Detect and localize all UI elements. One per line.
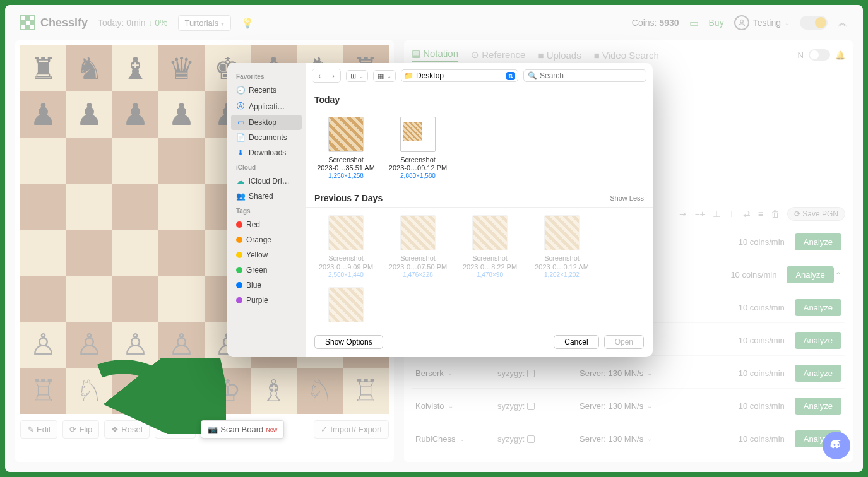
file-open-dialog: Favorites 🕘RecentsⒶApplicati…▭Desktop📄Do… xyxy=(227,63,653,357)
analyze-button[interactable]: Analyze xyxy=(795,299,841,316)
sidebar-item-icloud[interactable]: ☁iCloud Dri… xyxy=(231,174,302,189)
prev7-group-header: Previous 7 Days Show Less xyxy=(306,187,653,208)
file-item[interactable]: Screenshot2023-0…3.04 PM 1,508×726 xyxy=(314,287,378,326)
search-input[interactable] xyxy=(540,71,642,80)
engine-cost: 10 coins/min xyxy=(715,434,785,444)
reset-button[interactable]: ❖ Reset xyxy=(104,420,150,439)
tool-icon[interactable]: −+ xyxy=(694,209,705,219)
analyze-button[interactable]: Analyze xyxy=(795,365,841,382)
file-item[interactable]: Screenshot2023-0…9.09 PM 2,560×1,440 xyxy=(314,215,378,278)
theme-toggle[interactable] xyxy=(800,16,828,30)
ticket-icon: ▭ xyxy=(689,17,699,29)
tag-green[interactable]: Green xyxy=(231,262,302,278)
user-menu[interactable]: Testing ⌄ xyxy=(734,15,790,30)
bell-icon[interactable]: 🔔 xyxy=(835,50,845,60)
folder-icon: Ⓐ xyxy=(236,101,245,112)
sidebar-item-desktop[interactable]: ▭Desktop xyxy=(231,115,302,130)
engine-name[interactable]: RubiChess ⌄ xyxy=(415,434,497,444)
tags-label: Tags xyxy=(231,204,302,217)
discord-fab[interactable] xyxy=(823,432,850,459)
file-name: Screenshot2023-0…8.22 PM xyxy=(458,254,521,271)
path-dropdown[interactable]: 📁 Desktop ⇅ xyxy=(401,69,518,82)
file-item[interactable]: Screenshot2023-0…07.50 PM 1,476×228 xyxy=(386,215,449,278)
cloud-icon: ☁ xyxy=(236,177,245,186)
tag-red[interactable]: Red xyxy=(231,217,302,232)
file-item[interactable]: Screenshot2023-0…09.12 PM 2,880×1,580 xyxy=(386,117,449,179)
server-dropdown[interactable]: Server: 130 MN/s ⌄ xyxy=(580,401,706,411)
logo[interactable]: Chessify xyxy=(20,15,88,30)
sidebar-item-applicati[interactable]: ⒶApplicati… xyxy=(231,98,302,115)
sidebar-item-downloads[interactable]: ⬇Downloads xyxy=(231,145,302,160)
logo-icon xyxy=(20,15,35,30)
tool-icon[interactable]: ≡ xyxy=(758,209,763,219)
show-options-button[interactable]: Show Options xyxy=(314,335,383,349)
file-item[interactable]: Screenshot2023-0…0.12 AM 1,202×1,202 xyxy=(530,215,593,278)
syzygy-label: syzygy: xyxy=(497,368,580,378)
trash-icon[interactable]: 🗑 xyxy=(771,209,780,219)
analyze-button[interactable]: Analyze xyxy=(795,233,841,250)
syzygy-checkbox[interactable] xyxy=(527,370,535,377)
scan-board-button[interactable]: 📷 Scan BoardNew xyxy=(201,420,284,439)
tag-purple[interactable]: Purple xyxy=(231,293,302,308)
engine-cost: 10 coins/min xyxy=(715,336,785,345)
syzygy-checkbox[interactable] xyxy=(527,403,535,410)
open-button[interactable]: Open xyxy=(604,335,644,349)
syzygy-label: syzygy: xyxy=(497,401,580,411)
tool-icon[interactable]: ⇄ xyxy=(743,209,751,219)
dialog-footer: Show Options Cancel Open xyxy=(306,326,653,357)
analyze-button[interactable]: Analyze xyxy=(795,332,841,349)
sidebar-item-recents[interactable]: 🕘Recents xyxy=(231,83,302,98)
expand-icon[interactable]: ⌃ xyxy=(835,271,841,280)
tool-icon[interactable]: ⊤ xyxy=(728,209,735,219)
edit-button[interactable]: ✎ Edit xyxy=(20,420,57,439)
n-toggle[interactable] xyxy=(809,49,830,61)
svg-point-0 xyxy=(740,20,743,23)
engine-name[interactable]: Koivisto ⌄ xyxy=(415,401,497,411)
forward-button[interactable]: › xyxy=(326,69,340,82)
search-icon: 🔍 xyxy=(528,71,537,80)
dialog-toolbar: ‹ › ⊞ ⌄ ▦ ⌄ 📁 Desktop ⇅ 🔍 xyxy=(306,63,653,88)
file-item[interactable]: Screenshot2023-0…35.51 AM 1,258×1,258 xyxy=(314,117,378,179)
tag-blue[interactable]: Blue xyxy=(231,278,302,293)
off-button[interactable]: 👁 OFF xyxy=(155,420,196,439)
engine-name[interactable]: Berserk ⌄ xyxy=(415,368,497,378)
tutorials-dropdown[interactable]: Turtorials ▾ xyxy=(178,15,231,31)
tips-icon[interactable]: 💡 xyxy=(241,17,254,29)
sidebar-item-icloud[interactable]: 👥Shared xyxy=(231,189,302,204)
buy-link[interactable]: Buy xyxy=(709,18,724,28)
tool-icon[interactable]: ⇥ xyxy=(679,209,687,219)
tag-yellow[interactable]: Yellow xyxy=(231,247,302,262)
file-name: Screenshot2023-0…9.09 PM xyxy=(314,254,378,271)
engine-row: Berserk ⌄ syzygy: Server: 130 MN/s ⌄ 10 … xyxy=(412,358,845,389)
file-thumbnail xyxy=(400,117,436,152)
file-thumbnail xyxy=(472,215,508,250)
file-name: Screenshot2023-0…35.51 AM xyxy=(314,156,378,172)
sidebar-item-documents[interactable]: 📄Documents xyxy=(231,130,302,145)
show-less-button[interactable]: Show Less xyxy=(610,194,644,202)
tab-reference[interactable]: ⊙ Reference xyxy=(471,49,525,61)
syzygy-checkbox[interactable] xyxy=(527,435,535,443)
folder-icon: 🕘 xyxy=(236,86,245,95)
tab-uploads[interactable]: ■ Uploads xyxy=(538,50,581,61)
save-pgn-button[interactable]: ⟳ Save PGN xyxy=(787,207,845,221)
import-export-button[interactable]: ✓ Import/ Export xyxy=(314,420,389,439)
analyze-button[interactable]: Analyze xyxy=(795,398,841,415)
search-field[interactable]: 🔍 xyxy=(523,69,646,82)
file-dimensions: 1,202×1,202 xyxy=(530,271,593,278)
collapse-icon[interactable]: ︽ xyxy=(838,16,848,30)
view-mode-2[interactable]: ▦ ⌄ xyxy=(373,70,396,82)
icloud-label: iCloud xyxy=(231,160,302,174)
flip-button[interactable]: ⟳ Flip xyxy=(62,420,99,439)
cancel-button[interactable]: Cancel xyxy=(554,335,598,349)
back-button[interactable]: ‹ xyxy=(312,69,326,82)
file-item[interactable]: Screenshot2023-0…8.22 PM 1,478×90 xyxy=(458,215,521,278)
engine-row: Koivisto ⌄ syzygy: Server: 130 MN/s ⌄ 10… xyxy=(412,391,845,421)
tag-orange[interactable]: Orange xyxy=(231,232,302,247)
analyze-button[interactable]: Analyze xyxy=(787,266,833,283)
server-dropdown[interactable]: Server: 130 MN/s ⌄ xyxy=(580,368,706,378)
tab-notation[interactable]: ▤ Notation xyxy=(412,48,458,62)
tool-icon[interactable]: ⊥ xyxy=(713,209,720,219)
view-mode-1[interactable]: ⊞ ⌄ xyxy=(346,70,368,82)
tab-video[interactable]: ■ Video Search xyxy=(594,50,659,61)
server-dropdown[interactable]: Server: 130 MN/s ⌄ xyxy=(580,434,706,444)
